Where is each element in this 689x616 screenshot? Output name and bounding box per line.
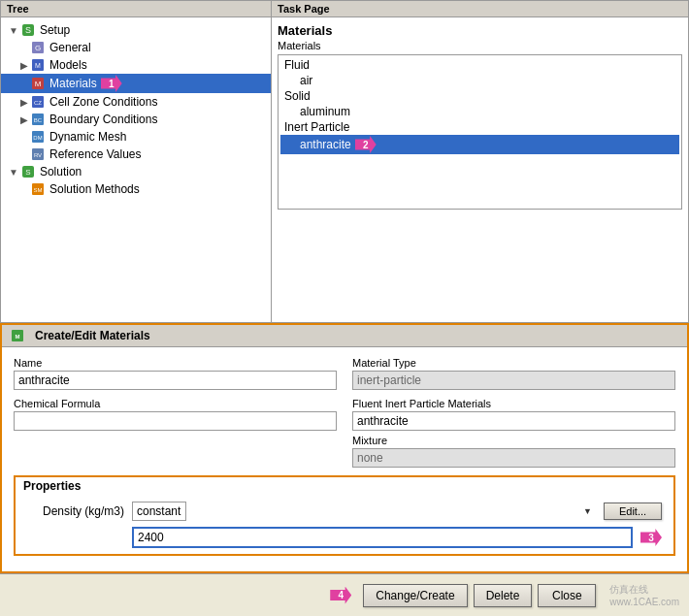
tree-content: ▼ S Setup ▶ G General (1, 17, 271, 322)
fluid-category: Fluid (280, 57, 679, 73)
general-icon: G (30, 40, 46, 55)
density-method-select[interactable]: constant (132, 502, 186, 521)
properties-body: Density (kg/m3) constant Edit... 3 (16, 496, 673, 554)
bottom-bar: 4 Change/Create Delete Close 仿真在线www.1CA… (0, 573, 689, 616)
tree-item-dynamic-mesh[interactable]: ▶ DM Dynamic Mesh (1, 128, 271, 146)
svg-text:M: M (16, 334, 20, 340)
solution-icon: S (20, 164, 36, 179)
materials-title: Materials (278, 23, 682, 38)
models-arrow: ▶ (20, 60, 28, 71)
mat-item-aluminum[interactable]: aluminum (280, 104, 679, 119)
tree-item-solution[interactable]: ▼ S Solution (1, 163, 271, 180)
tree-item-sol-methods[interactable]: ▶ SM Solution Methods (1, 180, 271, 198)
density-value-input[interactable] (132, 527, 633, 548)
solution-label: Solution (40, 165, 82, 178)
main-container: Tree ▼ S Setup ▶ G (0, 0, 689, 616)
setup-label: Setup (40, 23, 70, 37)
cell-arrow: ▶ (20, 97, 28, 108)
density-value-row: 3 (27, 527, 662, 548)
svg-text:CZ: CZ (34, 100, 42, 106)
density-select-wrapper: constant (132, 502, 596, 521)
tree-item-setup[interactable]: ▼ S Setup (1, 21, 271, 39)
dynamic-mesh-label: Dynamic Mesh (49, 130, 126, 144)
tree-item-cell-zone[interactable]: ▶ CZ Cell Zone Conditions (1, 93, 271, 111)
solid-category: Solid (280, 88, 679, 104)
task-panel: Task Page Materials Materials Fluid air … (272, 0, 689, 323)
material-type-label: Material Type (352, 357, 675, 369)
change-create-button[interactable]: Change/Create (363, 584, 467, 607)
delete-button[interactable]: Delete (474, 584, 533, 607)
tree-item-reference[interactable]: ▶ RV Reference Values (1, 146, 271, 163)
mat-item-air[interactable]: air (280, 73, 679, 88)
svg-text:M: M (35, 62, 41, 69)
name-input[interactable] (14, 371, 337, 390)
form-col-chem: Chemical Formula (14, 398, 337, 468)
form-col-fluent: Fluent Inert Particle Materials Mixture (352, 398, 675, 468)
tree-item-general[interactable]: ▶ G General (1, 39, 271, 56)
materials-subtitle: Materials (278, 40, 682, 51)
dialog-header-icon: M (10, 328, 25, 343)
task-badge-2: 2 (355, 136, 377, 153)
create-edit-dialog: M Create/Edit Materials Name Material Ty… (0, 323, 689, 573)
dialog-title: Create/Edit Materials (35, 329, 150, 342)
edit-button[interactable]: Edit... (604, 503, 662, 520)
svg-text:M: M (35, 80, 42, 88)
fluent-materials-label: Fluent Inert Particle Materials (352, 398, 675, 409)
fluent-materials-input[interactable] (352, 411, 675, 431)
task-content: Materials Materials Fluid air Solid alum… (272, 17, 688, 322)
task-header: Task Page (272, 1, 688, 17)
materials-label: Materials (49, 77, 97, 90)
tree-panel: Tree ▼ S Setup ▶ G (0, 0, 272, 323)
tree-item-materials[interactable]: ▶ M Materials 1 (1, 74, 271, 93)
bottom-badge-4: 4 (330, 587, 351, 604)
tree-item-boundary[interactable]: ▶ BC Boundary Conditions (1, 111, 271, 128)
mat-item-anthracite[interactable]: anthracite 2 (280, 135, 679, 154)
form-col-type: Material Type (352, 357, 675, 390)
material-type-input (352, 371, 675, 390)
dynamic-mesh-icon: DM (30, 129, 46, 145)
chem-formula-label: Chemical Formula (14, 398, 337, 409)
reference-label: Reference Values (49, 147, 142, 161)
boundary-arrow: ▶ (20, 114, 28, 125)
materials-icon: M (30, 76, 46, 91)
cell-label: Cell Zone Conditions (49, 95, 157, 109)
setup-icon: S (20, 22, 36, 38)
svg-text:DM: DM (33, 135, 42, 141)
general-label: General (49, 41, 91, 54)
reference-icon: RV (30, 146, 46, 162)
close-button[interactable]: Close (538, 584, 596, 607)
properties-section: Properties Density (kg/m3) constant Edit… (14, 475, 675, 556)
chem-formula-input[interactable] (14, 411, 337, 431)
svg-text:SM: SM (34, 187, 43, 193)
svg-text:G: G (35, 44, 41, 52)
solution-arrow: ▼ (9, 167, 18, 178)
materials-list: Fluid air Solid aluminum Inert Particle … (278, 54, 682, 210)
form-col-name: Name (14, 357, 337, 390)
top-area: Tree ▼ S Setup ▶ G (0, 0, 689, 323)
svg-text:BC: BC (34, 117, 43, 123)
mixture-input (352, 448, 675, 468)
models-icon: M (30, 57, 46, 73)
tree-item-models[interactable]: ▶ M Models (1, 56, 271, 74)
name-label: Name (14, 357, 337, 369)
sol-methods-label: Solution Methods (49, 182, 140, 196)
form-row-2: Chemical Formula Fluent Inert Particle M… (14, 398, 675, 468)
density-label: Density (kg/m3) (27, 504, 124, 518)
form-row-1: Name Material Type (14, 357, 675, 390)
svg-text:S: S (25, 168, 30, 177)
models-label: Models (49, 58, 87, 72)
svg-text:RV: RV (34, 152, 42, 158)
boundary-label: Boundary Conditions (49, 113, 157, 126)
anthracite-label: anthracite (300, 138, 351, 151)
properties-header: Properties (16, 476, 673, 496)
boundary-icon: BC (30, 112, 46, 127)
dialog-body: Name Material Type Chemical Formula Flue… (2, 347, 687, 571)
setup-arrow: ▼ (9, 25, 18, 36)
svg-text:S: S (25, 25, 31, 35)
tree-header: Tree (1, 1, 271, 17)
cell-icon: CZ (30, 94, 46, 110)
dialog-header: M Create/Edit Materials (2, 325, 687, 347)
sol-methods-icon: SM (30, 181, 46, 197)
mixture-label: Mixture (352, 435, 675, 446)
watermark-text: 仿真在线www.1CAE.com (609, 583, 679, 607)
